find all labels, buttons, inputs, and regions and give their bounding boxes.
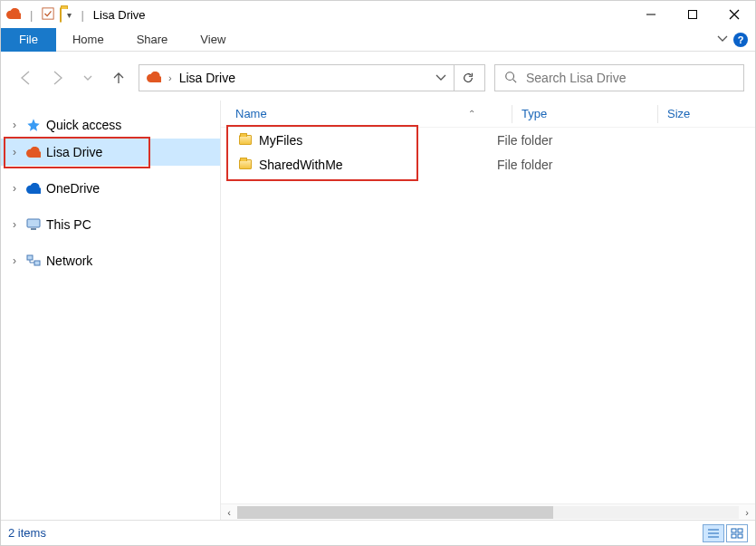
expand-icon[interactable]: › — [8, 146, 21, 158]
file-rows: MyFiles File folder SharedWithMe File fo… — [221, 128, 755, 177]
ribbon-tabs: File Home Share View ? — [1, 28, 755, 52]
horizontal-scrollbar[interactable]: ‹ › — [221, 503, 755, 520]
help-button[interactable]: ? — [733, 33, 748, 47]
tree-label: OneDrive — [46, 181, 100, 196]
back-button[interactable] — [15, 67, 37, 89]
svg-rect-9 — [27, 255, 33, 260]
scroll-track[interactable] — [237, 506, 739, 519]
svg-rect-0 — [43, 7, 53, 18]
expand-icon[interactable]: › — [8, 254, 21, 267]
location-icon — [147, 72, 161, 85]
tree-label: Network — [46, 254, 92, 268]
col-header-label: Name — [235, 107, 267, 120]
expand-ribbon-icon[interactable] — [717, 33, 728, 46]
folder-icon — [239, 135, 252, 145]
cloud-icon — [24, 147, 43, 158]
search-box[interactable] — [494, 64, 744, 91]
forward-button[interactable] — [46, 67, 68, 89]
tree-item-quick-access[interactable]: › Quick access — [1, 111, 220, 139]
folder-icon — [239, 159, 252, 169]
status-text: 2 items — [8, 526, 46, 540]
qat-dropdown-icon[interactable]: ▾ — [67, 10, 72, 20]
svg-rect-10 — [34, 261, 40, 265]
qat-folder-icon[interactable] — [60, 8, 62, 22]
address-bar[interactable]: › Lisa Drive — [139, 64, 485, 91]
view-toggles — [703, 524, 748, 542]
svg-rect-15 — [738, 529, 742, 532]
details-view-button[interactable] — [703, 524, 724, 542]
col-separator — [657, 105, 658, 123]
pc-icon — [24, 218, 43, 231]
tree-label: This PC — [46, 217, 91, 232]
tree-item-network[interactable]: › Network — [1, 247, 220, 274]
file-name: SharedWithMe — [259, 158, 343, 172]
svg-line-6 — [513, 79, 517, 82]
refresh-button[interactable] — [454, 64, 481, 91]
up-button[interactable] — [108, 67, 129, 89]
svg-rect-8 — [31, 228, 36, 230]
recent-locations-dropdown[interactable] — [77, 67, 99, 89]
svg-rect-17 — [738, 534, 742, 538]
expand-icon[interactable]: › — [8, 119, 21, 131]
qat-icons: | ▾ | — [6, 7, 88, 23]
scroll-right-button[interactable]: › — [739, 504, 755, 521]
col-separator — [512, 105, 512, 123]
network-icon — [24, 254, 43, 267]
col-header-size[interactable]: Size — [667, 107, 755, 120]
breadcrumb-chevron-icon[interactable]: › — [168, 72, 172, 83]
tree-label: Lisa Drive — [46, 145, 102, 159]
tree-item-lisa-drive[interactable]: › Lisa Drive — [1, 139, 220, 166]
search-icon — [504, 71, 517, 86]
tab-home[interactable]: Home — [56, 28, 120, 52]
window-title: Lisa Drive — [93, 8, 146, 22]
file-row[interactable]: MyFiles File folder — [221, 128, 755, 152]
scroll-left-button[interactable]: ‹ — [221, 504, 237, 521]
address-dropdown-icon[interactable] — [435, 72, 446, 85]
star-icon — [24, 118, 43, 132]
file-name: MyFiles — [259, 133, 302, 148]
large-icons-view-button[interactable] — [726, 524, 748, 542]
explorer-window: | ▾ | Lisa Drive File Home Share View ? — [0, 0, 756, 546]
onedrive-icon — [24, 183, 43, 194]
separator: | — [81, 8, 83, 22]
search-input[interactable] — [524, 70, 734, 86]
svg-rect-7 — [27, 219, 40, 227]
close-button[interactable] — [713, 1, 755, 28]
explorer-body: › Quick access › Lisa Drive › OneDrive — [1, 101, 755, 520]
svg-point-5 — [506, 72, 514, 80]
tree-item-onedrive[interactable]: › OneDrive — [1, 175, 220, 202]
file-type: File folder — [497, 158, 633, 172]
breadcrumb-location[interactable]: Lisa Drive — [179, 71, 235, 85]
svg-rect-2 — [689, 11, 697, 19]
status-bar: 2 items — [1, 520, 755, 545]
expand-icon[interactable]: › — [8, 218, 21, 231]
column-headers: Name ⌃ Type Size — [221, 101, 755, 128]
tab-share[interactable]: Share — [120, 28, 185, 52]
svg-rect-14 — [732, 529, 736, 532]
expand-icon[interactable]: › — [8, 182, 21, 195]
file-row[interactable]: SharedWithMe File folder — [221, 152, 755, 177]
tree-item-this-pc[interactable]: › This PC — [1, 211, 220, 238]
file-tab[interactable]: File — [1, 28, 56, 52]
minimize-button[interactable] — [630, 1, 672, 28]
navigation-pane: › Quick access › Lisa Drive › OneDrive — [1, 101, 221, 520]
qat-properties-icon[interactable] — [42, 7, 54, 23]
title-bar: | ▾ | Lisa Drive — [1, 1, 755, 28]
separator: | — [30, 8, 33, 22]
window-controls — [630, 1, 755, 28]
address-row: › Lisa Drive — [1, 52, 755, 101]
app-icon — [6, 8, 21, 22]
col-header-name[interactable]: Name ⌃ — [235, 107, 512, 120]
file-type: File folder — [497, 133, 633, 148]
scroll-thumb[interactable] — [237, 506, 553, 519]
maximize-button[interactable] — [672, 1, 713, 28]
svg-rect-16 — [732, 534, 736, 538]
content-pane: Name ⌃ Type Size MyFiles File folder — [221, 101, 755, 520]
tab-view[interactable]: View — [184, 28, 242, 52]
sort-indicator-icon: ⌃ — [468, 109, 475, 119]
col-header-type[interactable]: Type — [522, 107, 657, 120]
tree-label: Quick access — [46, 118, 121, 132]
